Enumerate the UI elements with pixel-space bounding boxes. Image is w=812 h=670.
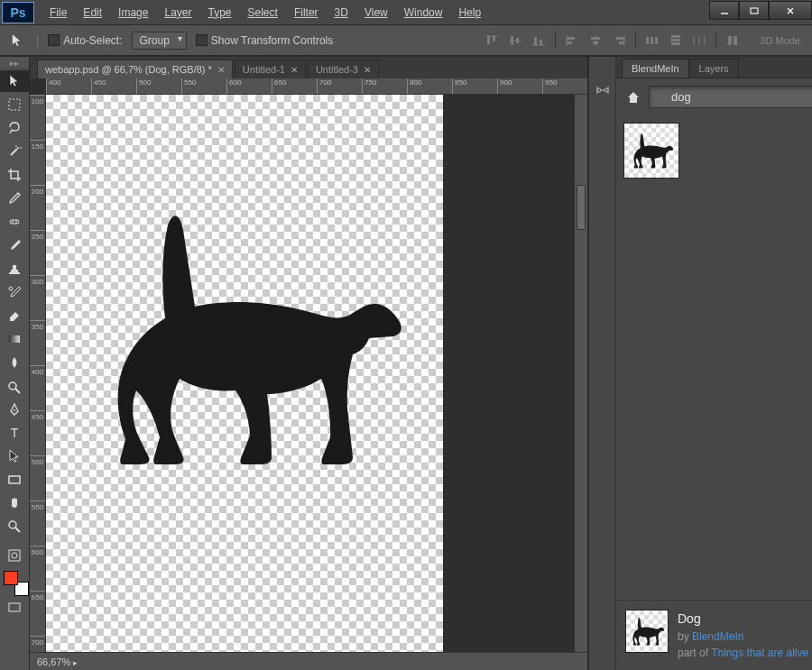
rectangle-tool[interactable] [0,469,29,491]
blur-tool[interactable] [0,352,29,373]
gradient-tool[interactable] [0,328,29,350]
quick-mask-toggle[interactable] [0,545,29,566]
tab-close-icon[interactable]: ✕ [217,65,225,75]
svg-point-52 [12,553,17,558]
vertical-scrollbar[interactable] [575,95,587,652]
search-row [616,78,812,115]
menu-filter[interactable]: Filter [286,3,327,23]
window-controls [709,5,812,20]
svg-rect-38 [10,220,19,224]
ruler-vertical[interactable]: 100150200250300350400450500550600650700 [30,95,46,652]
document-tab[interactable]: Untitled-3 ✕ [308,60,379,78]
svg-rect-17 [591,37,600,40]
eraser-tool[interactable] [0,305,29,326]
svg-rect-33 [9,99,20,110]
pen-tool[interactable] [0,399,29,420]
distribute-v-icon[interactable] [665,32,687,50]
auto-select-label: Auto-Select: [63,34,122,47]
menu-3d[interactable]: 3D [327,3,356,23]
menu-select[interactable]: Select [240,3,286,23]
svg-rect-22 [646,37,649,44]
brush-tool[interactable] [0,234,29,256]
distribute-spacing-h-icon[interactable] [688,32,710,50]
menu-help[interactable]: Help [450,3,489,23]
collection-link[interactable]: Things that are alive [711,647,808,659]
app-logo: Ps [2,2,34,23]
zoom-tool[interactable] [0,516,29,537]
color-swatches[interactable] [4,571,29,596]
canvas-content[interactable] [46,95,443,652]
svg-rect-6 [493,36,495,41]
search-input[interactable] [649,86,812,108]
menu-file[interactable]: File [42,3,75,23]
panel-icon[interactable] [595,84,611,99]
foreground-color-swatch[interactable] [4,571,18,585]
panel-tab-blendmein[interactable]: BlendMeIn [622,59,689,78]
hand-tool[interactable] [0,492,29,514]
result-thumbnail[interactable] [623,123,679,179]
options-bar: | Auto-Select: Group Show Transform Cont… [0,25,812,57]
align-bottom-icon[interactable] [528,32,549,50]
maximize-button[interactable] [739,1,769,20]
magic-wand-tool[interactable] [0,141,29,162]
tab-close-icon[interactable]: ✕ [364,65,371,75]
menu-type[interactable]: Type [199,3,239,23]
menu-layer[interactable]: Layer [156,3,199,23]
ruler-horizontal[interactable]: 400450500550600650700750800850900950 [46,78,587,95]
svg-rect-53 [9,603,20,611]
tab-label: webapp.psd @ 66,7% (Dog, RGB/8) * [45,64,212,75]
svg-rect-1 [751,8,758,14]
path-selection-tool[interactable] [0,445,29,467]
crop-tool[interactable] [0,164,29,186]
close-button[interactable] [769,1,812,20]
align-right-icon[interactable] [608,32,630,50]
align-top-icon[interactable] [481,32,503,50]
move-tool[interactable] [0,70,29,92]
distribute-h-icon[interactable] [641,32,663,50]
tab-close-icon[interactable]: ✕ [291,65,298,75]
show-transform-label: Show Transform Controls [211,34,333,47]
menu-view[interactable]: View [356,3,396,23]
svg-rect-31 [728,36,732,45]
align-hcenter-icon[interactable] [585,32,606,50]
auto-select-checkbox[interactable]: Auto-Select: [48,34,122,47]
dodge-tool[interactable] [0,375,29,397]
svg-point-55 [604,88,608,92]
panel-tab-layers[interactable]: Layers [689,59,739,78]
auto-select-dropdown[interactable]: Group [132,32,187,50]
eyedropper-tool[interactable] [0,188,29,209]
align-left-icon[interactable] [561,32,583,50]
tab-label: Untitled-1 [243,64,285,75]
align-vcenter-icon[interactable] [504,32,526,50]
menu-edit[interactable]: Edit [75,3,110,23]
toolbox-toggle-icon[interactable]: ▸▸ [0,57,29,69]
scrollbar-thumb[interactable] [577,185,586,230]
document-tab[interactable]: Untitled-1 ✕ [235,60,306,78]
detail-thumbnail[interactable] [625,610,669,653]
svg-rect-11 [534,37,537,45]
tab-label: Untitled-3 [316,64,358,75]
menu-window[interactable]: Window [396,3,451,23]
history-brush-tool[interactable] [0,281,29,303]
clone-stamp-tool[interactable] [0,258,29,280]
home-button[interactable] [623,87,643,107]
marquee-tool[interactable] [0,94,29,115]
show-transform-checkbox[interactable]: Show Transform Controls [196,34,333,47]
distribute-spacing-v-icon[interactable] [722,32,743,50]
zoom-level[interactable]: 66,67% [37,656,78,667]
healing-brush-tool[interactable] [0,211,29,233]
svg-rect-21 [619,41,624,44]
document-tab-active[interactable]: webapp.psd @ 66,7% (Dog, RGB/8) * ✕ [37,60,233,78]
document-area: webapp.psd @ 66,7% (Dog, RGB/8) * ✕ Unti… [30,57,587,670]
menu-image[interactable]: Image [110,3,156,23]
type-tool[interactable]: T [0,422,29,444]
minimize-button[interactable] [709,1,739,20]
svg-line-34 [11,149,17,155]
lasso-tool[interactable] [0,117,29,139]
move-tool-icon[interactable] [9,32,27,49]
svg-text:T: T [11,426,19,440]
canvas[interactable] [46,95,575,652]
screen-mode-toggle[interactable] [0,597,29,619]
author-link[interactable]: BlendMeIn [692,630,743,643]
svg-rect-24 [655,37,658,44]
